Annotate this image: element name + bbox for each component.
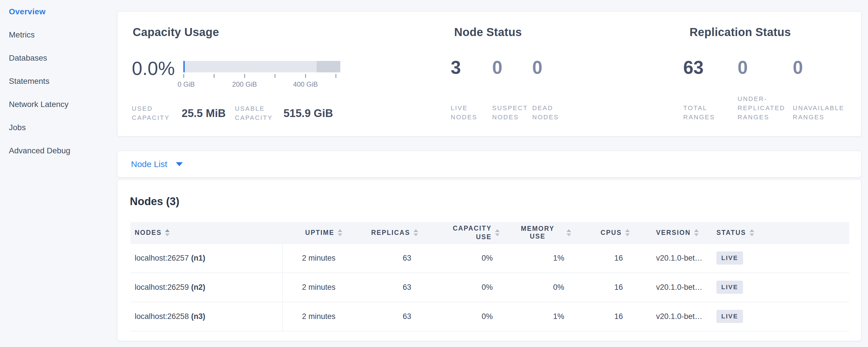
- node-address: localhost:26257: [135, 254, 189, 262]
- sidebar-item-overview[interactable]: Overview: [9, 8, 117, 16]
- node-address: localhost:26259: [135, 283, 189, 291]
- sort-icon[interactable]: [413, 229, 418, 236]
- axis-label-0gib: 0 GiB: [178, 81, 195, 88]
- memory-use-cell: 0%: [512, 273, 584, 302]
- capacity-gauge: [183, 61, 340, 72]
- node-list-dropdown-label[interactable]: Node List: [131, 159, 167, 169]
- status-cell: LIVE: [710, 273, 849, 302]
- nodes-table-card: Nodes (3) NODES UPTIME REPLIC: [117, 179, 861, 341]
- node-list-dropdown[interactable]: Node List: [118, 151, 861, 177]
- live-nodes-label: LIVE NODES: [451, 103, 492, 122]
- cpus-cell: 16: [584, 273, 642, 302]
- node-address-cell[interactable]: localhost:26259(n2): [130, 273, 282, 302]
- node-id: (n3): [191, 312, 205, 321]
- table-header-row: NODES UPTIME REPLICAS CAPACITY USE: [130, 222, 849, 244]
- nodes-table-title: Nodes (3): [130, 195, 179, 208]
- sidebar-item-metrics[interactable]: Metrics: [9, 31, 117, 39]
- column-header-memory-use[interactable]: MEMORY USE: [512, 222, 584, 244]
- view-selector-card: Node List: [117, 151, 861, 177]
- replicas-cell: 63: [355, 273, 431, 302]
- column-header-status[interactable]: STATUS: [710, 222, 849, 244]
- sidebar-item-databases[interactable]: Databases: [9, 54, 117, 62]
- capacity-gauge-axis-labels: 0 GiB 200 GiB 400 GiB: [183, 81, 340, 88]
- node-id: (n1): [191, 254, 205, 262]
- capacity-usage-title: Capacity Usage: [133, 26, 219, 39]
- column-header-replicas[interactable]: REPLICAS: [355, 222, 431, 244]
- column-label: NODES: [135, 229, 162, 236]
- capacity-use-cell: 0%: [431, 273, 512, 302]
- live-nodes-value: 3: [451, 58, 492, 77]
- column-header-cpus[interactable]: CPUS: [584, 222, 642, 244]
- status-badge: LIVE: [716, 251, 743, 264]
- replicas-cell: 63: [355, 302, 431, 331]
- replication-status-stats: 63 TOTAL RANGES 0 UNDER-REPLICATED RANGE…: [683, 58, 856, 122]
- capacity-use-cell: 0%: [431, 302, 512, 331]
- axis-label-400gib: 400 GiB: [293, 81, 318, 88]
- column-header-uptime[interactable]: UPTIME: [282, 222, 355, 244]
- sort-icon[interactable]: [338, 229, 342, 236]
- replicas-cell: 63: [355, 244, 431, 273]
- node-address: localhost:26258: [135, 312, 189, 321]
- suspect-nodes-value: 0: [492, 58, 532, 77]
- column-label: UPTIME: [305, 229, 334, 236]
- status-cell: LIVE: [710, 302, 849, 331]
- status-badge: LIVE: [716, 310, 743, 323]
- unavailable-ranges-stat: 0 UNAVAILABLE RANGES: [793, 58, 856, 122]
- dead-nodes-value: 0: [532, 58, 575, 77]
- column-header-version[interactable]: VERSION: [642, 222, 710, 244]
- sort-icon[interactable]: [495, 229, 500, 236]
- sidebar-item-statements[interactable]: Statements: [9, 77, 117, 85]
- table-row-node-1[interactable]: localhost:26257(n1) 2 minutes 63 0% 1% 1…: [130, 244, 849, 273]
- uptime-cell: 2 minutes: [282, 244, 355, 273]
- under-replicated-ranges-stat: 0 UNDER-REPLICATED RANGES: [738, 58, 793, 122]
- total-ranges-stat: 63 TOTAL RANGES: [683, 58, 738, 122]
- dead-nodes-label: DEAD NODES: [532, 103, 575, 122]
- column-header-capacity-use[interactable]: CAPACITY USE: [431, 222, 512, 244]
- table-row-node-2[interactable]: localhost:26259(n2) 2 minutes 63 0% 0% 1…: [130, 273, 849, 302]
- dead-nodes-stat: 0 DEAD NODES: [532, 58, 575, 122]
- column-label: REPLICAS: [371, 229, 410, 236]
- capacity-gauge-used-bar: [183, 61, 185, 72]
- axis-label-200gib: 200 GiB: [232, 81, 257, 88]
- sidebar-item-network-latency[interactable]: Network Latency: [9, 100, 117, 108]
- status-cell: LIVE: [710, 244, 849, 273]
- capacity-gauge-dark-segment: [317, 61, 340, 72]
- column-header-nodes[interactable]: NODES: [130, 222, 282, 244]
- table-row-node-3[interactable]: localhost:26258(n3) 2 minutes 63 0% 1% 1…: [130, 302, 849, 331]
- node-status-stats: 3 LIVE NODES 0 SUSPECT NODES 0 DEAD NODE…: [451, 58, 575, 122]
- suspect-nodes-stat: 0 SUSPECT NODES: [492, 58, 532, 122]
- sort-icon[interactable]: [625, 229, 630, 236]
- node-address-cell[interactable]: localhost:26258(n3): [130, 302, 282, 331]
- total-ranges-value: 63: [683, 58, 738, 77]
- live-nodes-stat: 3 LIVE NODES: [451, 58, 492, 122]
- suspect-nodes-label: SUSPECT NODES: [492, 103, 532, 122]
- uptime-cell: 2 minutes: [282, 273, 355, 302]
- column-label: VERSION: [656, 229, 691, 236]
- memory-use-cell: 1%: [512, 244, 584, 273]
- used-capacity-label: USED CAPACITY: [132, 104, 175, 122]
- replication-status-title: Replication Status: [689, 26, 791, 39]
- sort-icon[interactable]: [694, 229, 699, 236]
- sort-icon[interactable]: [750, 229, 754, 236]
- node-address-cell[interactable]: localhost:26257(n1): [130, 244, 282, 273]
- capacity-stats: USED CAPACITY 25.5 MiB USABLE CAPACITY 5…: [132, 103, 333, 124]
- chevron-down-icon[interactable]: [176, 162, 183, 166]
- cpus-cell: 16: [584, 244, 642, 273]
- sort-icon[interactable]: [165, 229, 169, 236]
- cockroachdb-admin-ui: Overview Metrics Databases Statements Ne…: [0, 0, 868, 347]
- capacity-used-percent: 0.0%: [132, 58, 175, 79]
- status-badge: LIVE: [716, 281, 743, 294]
- sort-icon[interactable]: [566, 229, 571, 236]
- column-label: CAPACITY USE: [449, 224, 492, 241]
- version-cell: v20.1.0-bet…: [642, 302, 710, 331]
- sidebar: Overview Metrics Databases Statements Ne…: [0, 0, 117, 347]
- sidebar-item-jobs[interactable]: Jobs: [9, 124, 117, 132]
- memory-use-cell: 1%: [512, 302, 584, 331]
- cluster-summary-card: Capacity Usage 0.0% 0 GiB 200 GiB 400 Gi…: [117, 11, 861, 136]
- sidebar-item-advanced-debug[interactable]: Advanced Debug: [9, 147, 117, 155]
- column-label: STATUS: [716, 229, 746, 236]
- unavailable-ranges-label: UNAVAILABLE RANGES: [793, 103, 856, 122]
- cpus-cell: 16: [584, 302, 642, 331]
- node-id: (n2): [191, 283, 205, 291]
- used-capacity-value: 25.5 MiB: [182, 107, 226, 120]
